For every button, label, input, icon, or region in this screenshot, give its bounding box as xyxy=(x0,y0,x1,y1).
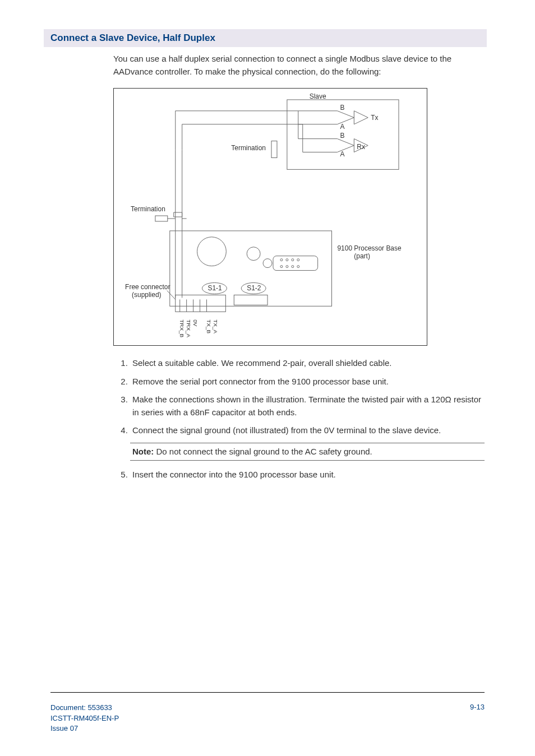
intro-paragraph: You can use a half duplex serial connect… xyxy=(113,53,485,78)
label-pin-trx-b: TRX_B xyxy=(179,319,185,337)
step-1: Select a suitable cable. We recommend 2-… xyxy=(130,357,485,370)
label-rx: Rx xyxy=(357,143,365,151)
label-slave: Slave xyxy=(310,92,326,100)
svg-line-2 xyxy=(337,111,354,118)
label-processor-base: 9100 Processor Base xyxy=(337,244,401,252)
label-processor-base-part: (part) xyxy=(354,252,370,260)
document-page: Connect a Slave Device, Half Duplex You … xyxy=(0,0,535,756)
note-label: Note: xyxy=(132,447,154,456)
footer-rule xyxy=(50,692,485,693)
svg-marker-21 xyxy=(174,212,182,217)
footer-document: Document: 553633 xyxy=(50,703,119,713)
label-b1: B xyxy=(340,104,344,112)
label-s1-1: S1-1 xyxy=(207,284,222,292)
label-s1-2: S1-2 xyxy=(247,284,261,292)
step-4: Connect the signal ground (not illustrat… xyxy=(130,424,485,437)
svg-point-27 xyxy=(247,247,260,261)
svg-rect-14 xyxy=(271,141,277,158)
label-pin-0v: 0V xyxy=(192,319,199,327)
svg-point-35 xyxy=(286,266,288,268)
label-a1: A xyxy=(340,123,344,131)
svg-rect-22 xyxy=(155,216,168,221)
page-footer: Document: 553633 ICSTT-RM405f-EN-P Issue… xyxy=(50,692,485,734)
label-termination-right: Termination xyxy=(231,144,266,152)
svg-line-47 xyxy=(167,290,176,299)
svg-point-29 xyxy=(263,259,272,268)
svg-rect-41 xyxy=(176,295,226,312)
note-text: Do not connect the signal ground to the … xyxy=(154,447,372,456)
svg-line-5 xyxy=(337,139,354,146)
steps-list: Select a suitable cable. We recommend 2-… xyxy=(113,357,485,481)
section-heading: Connect a Slave Device, Half Duplex xyxy=(44,29,487,47)
wiring-diagram-figure: Slave Tx B A B A Rx Termination xyxy=(113,88,427,346)
svg-point-30 xyxy=(280,259,283,261)
label-pin-trx-a: TRX_A xyxy=(186,319,192,337)
label-a2: A xyxy=(340,150,344,158)
label-b2: B xyxy=(340,132,344,140)
svg-marker-1 xyxy=(354,111,368,124)
footer-issue: Issue 07 xyxy=(50,723,119,734)
label-free-connector: Free connector xyxy=(125,283,170,291)
svg-point-26 xyxy=(197,237,227,266)
svg-point-37 xyxy=(297,266,299,268)
label-pin-tx-a: TX_A xyxy=(213,319,219,333)
label-termination-left: Termination xyxy=(131,205,165,213)
svg-rect-28 xyxy=(273,256,318,271)
label-free-connector-supplied: (supplied) xyxy=(132,291,161,299)
note-block: Note: Do not connect the signal ground t… xyxy=(130,443,485,461)
step-3: Make the connections shown in the illust… xyxy=(130,393,485,419)
footer-page-number: 9-13 xyxy=(470,703,485,734)
label-tx: Tx xyxy=(371,114,378,122)
svg-line-3 xyxy=(337,118,354,124)
step-5: Insert the connector into the 9100 proce… xyxy=(130,469,485,481)
svg-point-31 xyxy=(286,259,288,261)
svg-point-33 xyxy=(297,259,299,261)
footer-code: ICSTT-RM405f-EN-P xyxy=(50,713,119,723)
svg-point-34 xyxy=(280,266,283,268)
step-2: Remove the serial port connector from th… xyxy=(130,375,485,388)
svg-point-32 xyxy=(292,259,294,261)
label-pin-tx-b: TX_B xyxy=(206,319,212,333)
svg-rect-40 xyxy=(234,295,268,305)
svg-point-36 xyxy=(292,266,294,268)
wiring-diagram-svg: Slave Tx B A B A Rx Termination xyxy=(114,89,427,345)
svg-line-6 xyxy=(337,146,354,152)
